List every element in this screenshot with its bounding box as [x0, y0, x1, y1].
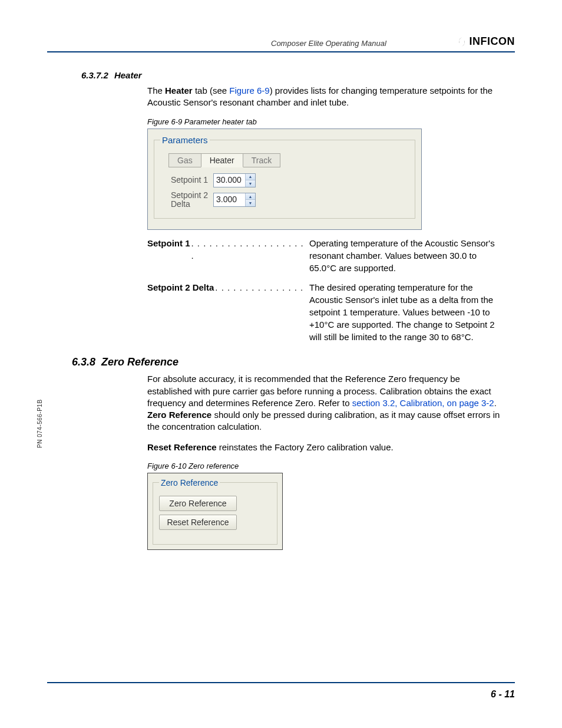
tab-track[interactable]: Track — [243, 153, 280, 167]
setpoint2-up-icon[interactable]: ▲ — [246, 193, 255, 200]
setpoint1-label: Setpoint 1 — [171, 176, 213, 185]
setpoint1-value[interactable]: 30.000 — [214, 174, 245, 187]
zero-reference-screenshot: Zero Reference Zero Reference Reset Refe… — [147, 473, 283, 550]
brand-logo: INFICON — [457, 35, 515, 48]
parameters-panel-title: Parameters — [160, 135, 210, 145]
figure-6-9-caption: Figure 6-9 Parameter heater tab — [147, 117, 503, 126]
heading-6-3-7-2: 6.3.7.2 Heater — [81, 70, 515, 80]
setpoint1-down-icon[interactable]: ▼ — [246, 180, 255, 187]
setpoint2-value[interactable]: 3.000 — [214, 193, 245, 206]
definition-setpoint1: Setpoint 1 . . . . . . . . . . . . . . .… — [147, 237, 503, 274]
def-term: Setpoint 2 Delta — [147, 281, 214, 343]
manual-title: Composer Elite Operating Manual — [47, 39, 386, 48]
definition-setpoint2-delta: Setpoint 2 Delta . . . . . . . . . . . .… — [147, 281, 503, 343]
zero-reference-paragraph-2: Reset Reference reinstates the Factory Z… — [147, 442, 503, 453]
figure-6-9-link[interactable]: Figure 6-9 — [229, 85, 269, 95]
zero-reference-button[interactable]: Zero Reference — [159, 496, 237, 511]
leader-dots: . . . . . . . . . . . . . . . . . . . . — [190, 237, 309, 274]
section-title: Heater — [114, 70, 142, 80]
page-footer: 6 - 11 — [47, 682, 515, 700]
def-term: Setpoint 1 — [147, 237, 190, 274]
setpoint2-down-icon[interactable]: ▼ — [246, 199, 255, 206]
parameters-screenshot: Parameters Gas Heater Track Setpoint 1 3… — [147, 129, 422, 230]
leader-dots: . . . . . . . . . . . . . . . — [214, 281, 309, 343]
section-3-2-link[interactable]: section 3.2, Calibration, on page 3-2 — [352, 398, 494, 408]
setpoint1-up-icon[interactable]: ▲ — [246, 174, 255, 180]
tab-gas[interactable]: Gas — [168, 153, 201, 167]
part-number-side: PN 074-566-P1B — [37, 399, 43, 448]
def-description: Operating temperature of the Acoustic Se… — [309, 237, 503, 274]
zero-reference-paragraph-1: For absolute accuracy, it is recommended… — [147, 373, 503, 433]
section-title: Zero Reference — [101, 356, 178, 368]
heading-6-3-8: 6.3.8 Zero Reference — [72, 356, 515, 368]
reset-reference-button[interactable]: Reset Reference — [159, 515, 237, 530]
logo-text: INFICON — [470, 35, 515, 48]
section-number: 6.3.8 — [72, 356, 95, 368]
figure-6-10-caption: Figure 6-10 Zero reference — [147, 462, 503, 470]
setpoint1-spinner[interactable]: 30.000 ▲ ▼ — [213, 173, 256, 187]
section-number: 6.3.7.2 — [81, 70, 108, 80]
parameters-tabs: Gas Heater Track — [168, 153, 409, 167]
inficon-swirl-icon — [457, 37, 467, 47]
heater-intro-paragraph: The Heater tab (see Figure 6-9) provides… — [147, 85, 503, 109]
page-number: 6 - 11 — [491, 689, 515, 699]
zero-reference-panel-title: Zero Reference — [159, 478, 220, 487]
tab-heater[interactable]: Heater — [201, 153, 243, 167]
setpoint2-label: Setpoint 2 Delta — [171, 191, 213, 209]
setpoint2-spinner[interactable]: 3.000 ▲ ▼ — [213, 193, 256, 207]
def-description: The desired operating temperature for th… — [309, 281, 503, 343]
page-header: Composer Elite Operating Manual INFICON — [47, 35, 515, 52]
